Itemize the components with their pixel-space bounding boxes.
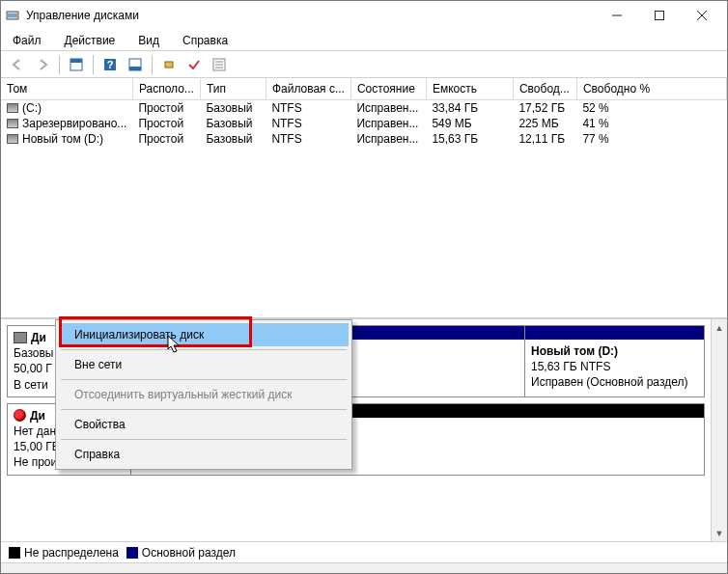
disk-error-icon [14, 409, 26, 422]
legend-swatch-unalloc [9, 547, 20, 559]
menu-view[interactable]: Вид [134, 32, 163, 49]
col-free[interactable]: Свобод... [513, 78, 576, 99]
ctx-properties[interactable]: Свойства [59, 413, 349, 436]
volume-icon [7, 134, 18, 144]
ctx-initialize-disk[interactable]: Инициализировать диск [59, 323, 349, 346]
view-top-button[interactable] [66, 54, 87, 75]
vertical-scrollbar[interactable]: ▲ ▼ [711, 319, 727, 541]
svg-rect-1 [7, 14, 18, 17]
window-title: Управление дисками [26, 9, 596, 22]
col-status[interactable]: Состояние [350, 78, 426, 99]
action-button[interactable] [158, 54, 180, 75]
col-type[interactable]: Тип [200, 78, 266, 99]
volume-list[interactable]: Том Располо... Тип Файловая с... Состоян… [1, 78, 727, 319]
ctx-separator [61, 349, 347, 350]
col-capacity[interactable]: Емкость [426, 78, 513, 99]
column-header-row[interactable]: Том Располо... Тип Файловая с... Состоян… [1, 78, 727, 99]
volume-row[interactable]: Новый том (D:) Простой Базовый NTFS Испр… [1, 131, 727, 147]
col-freepct[interactable]: Свободно % [576, 78, 726, 99]
menu-action[interactable]: Действие [61, 32, 120, 49]
svg-rect-7 [70, 59, 82, 63]
partition[interactable]: Новый том (D:) 15,63 ГБ NTFS Исправен (О… [525, 326, 704, 396]
col-filesys[interactable]: Файловая с... [266, 78, 350, 99]
svg-text:?: ? [107, 59, 114, 70]
forward-button[interactable] [32, 54, 53, 75]
ctx-separator [61, 379, 347, 380]
app-icon [5, 8, 20, 23]
col-layout[interactable]: Располо... [132, 78, 200, 99]
volume-row[interactable]: (C:) Простой Базовый NTFS Исправен... 33… [1, 99, 727, 116]
svg-rect-12 [165, 62, 173, 68]
partition-stripe [525, 326, 704, 340]
ctx-offline[interactable]: Вне сети [59, 353, 349, 376]
titlebar: Управление дисками [1, 1, 727, 30]
statusbar [1, 562, 727, 574]
menubar: Файл Действие Вид Справка [1, 30, 727, 51]
scroll-down-button[interactable]: ▼ [712, 525, 727, 541]
ctx-help[interactable]: Справка [59, 443, 349, 466]
menu-help[interactable]: Справка [179, 32, 232, 49]
legend-swatch-primary [126, 547, 138, 559]
close-button[interactable] [681, 1, 723, 30]
ctx-detach-vhd[interactable]: Отсоединить виртуальный жесткий диск [59, 383, 349, 406]
disk-icon [14, 332, 27, 343]
toolbar: ? [1, 51, 727, 78]
svg-rect-11 [129, 67, 141, 70]
svg-rect-3 [656, 12, 664, 20]
ctx-separator [61, 439, 347, 440]
list-button[interactable] [209, 54, 230, 75]
col-volume[interactable]: Том [1, 78, 132, 99]
scroll-up-button[interactable]: ▲ [712, 319, 727, 336]
check-button[interactable] [183, 54, 205, 75]
back-button[interactable] [7, 54, 28, 75]
maximize-button[interactable] [638, 1, 681, 30]
volume-icon [7, 119, 18, 128]
context-menu: Инициализировать диск Вне сети Отсоедини… [55, 319, 352, 470]
view-bottom-button[interactable] [125, 54, 146, 75]
minimize-button[interactable] [596, 1, 638, 30]
volume-row[interactable]: Зарезервировано... Простой Базовый NTFS … [1, 116, 727, 131]
volume-icon [7, 103, 18, 113]
legend: Не распределена Основной раздел [1, 541, 727, 562]
menu-file[interactable]: Файл [9, 32, 45, 49]
ctx-separator [61, 409, 347, 410]
help-button[interactable]: ? [99, 54, 121, 75]
